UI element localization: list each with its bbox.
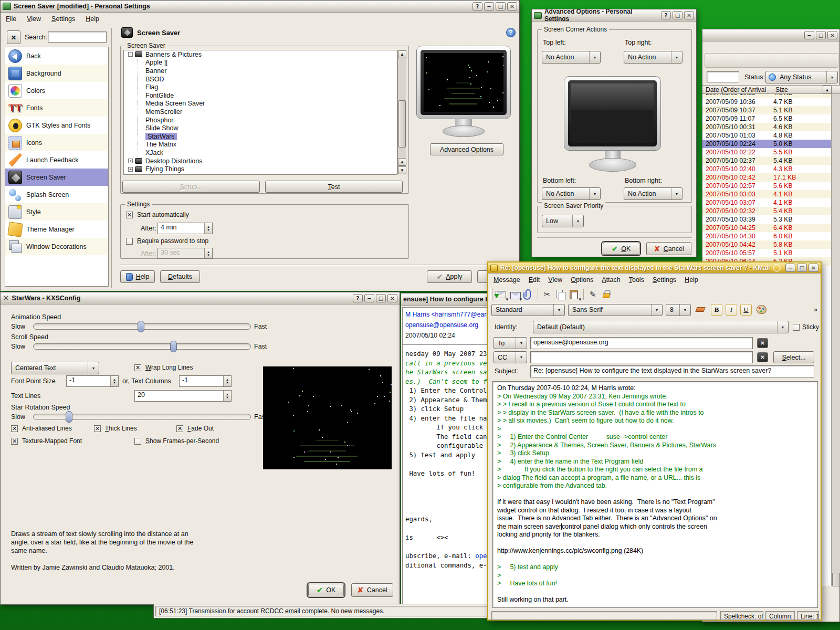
tree-item-starwars[interactable]: StarWars <box>124 132 397 141</box>
spinner-arrows-icon[interactable]: ▲▼ <box>223 391 231 401</box>
from-link[interactable]: M Harris <harrismh777@earthlink <box>405 311 489 318</box>
eraser-icon[interactable] <box>694 303 708 316</box>
copy-icon[interactable] <box>554 288 568 301</box>
scroll-up-icon[interactable]: ▲ <box>398 50 406 58</box>
tree-item-bsod[interactable]: BSOD <box>124 75 397 83</box>
slider-handle[interactable] <box>66 411 72 423</box>
cut-icon[interactable]: ✂ <box>540 288 554 301</box>
menu-tools[interactable]: Tools <box>629 276 644 284</box>
help-icon[interactable]: ? <box>661 11 671 19</box>
sidebar-item-fonts[interactable]: TTFonts <box>5 99 108 117</box>
font-size-combo[interactable]: 8▼ <box>666 304 691 316</box>
thick-lines-checkbox[interactable]: ✕ <box>94 425 101 432</box>
mail-row[interactable]: 2007/05/10 02:375.4 KB <box>702 156 831 165</box>
apply-button[interactable]: ✔ Apply <box>427 270 472 283</box>
adv-titlebar[interactable]: Advanced Options - Personal Settings ? □… <box>532 9 696 22</box>
underline-button[interactable]: U <box>740 304 752 316</box>
anti-aliased-checkbox[interactable]: ✕ <box>11 425 18 432</box>
column-header-date[interactable]: Date (Order of Arrival <box>702 86 773 93</box>
sidebar-item-icons[interactable]: Icons <box>5 134 108 151</box>
bold-button[interactable]: B <box>711 304 722 316</box>
menu-file[interactable]: File <box>6 15 16 23</box>
status-filter-combo[interactable]: Any Status ▼ <box>765 71 838 83</box>
signature-pen-icon[interactable]: ✎ <box>586 288 600 301</box>
menu-help[interactable]: Help <box>86 15 99 23</box>
sidebar-item-screen-saver[interactable]: Screen Saver <box>5 169 108 186</box>
help-button[interactable]: Help <box>120 270 155 283</box>
sidebar-item-background[interactable]: Background <box>5 65 108 82</box>
cc-input[interactable] <box>530 351 753 363</box>
advanced-options-button[interactable]: Advanced Options <box>430 143 503 155</box>
screensaver-tree[interactable]: -Banners & PicturesApple ][BannerBSODFla… <box>123 50 397 175</box>
whats-this-help-icon[interactable]: ? <box>506 28 516 37</box>
sidebar-item-colors[interactable]: Colors <box>5 82 108 99</box>
cc-titlebar[interactable]: Screen Saver [modified] - Personal Setti… <box>1 1 519 13</box>
cancel-button[interactable]: ✘ Cancel <box>646 242 691 255</box>
bottom-right-combo[interactable]: No Action▼ <box>624 187 682 200</box>
maximize-icon[interactable]: □ <box>496 2 506 10</box>
cc-button[interactable]: CC▼ <box>494 351 527 363</box>
identity-combo[interactable]: Default (Default)▼ <box>533 321 789 333</box>
mail-row[interactable]: 2007/05/10 03:074.1 KB <box>702 198 831 207</box>
mail-row[interactable]: 2007/05/10 04:425.8 KB <box>702 240 831 249</box>
tree-item-xjack[interactable]: XJack <box>124 149 397 157</box>
close-icon[interactable]: ✕ <box>684 11 694 19</box>
column-header-size[interactable]: Size <box>773 86 822 93</box>
maximize-icon[interactable]: □ <box>673 11 682 19</box>
subject-input[interactable]: Re: [opensuse] How to configure the text… <box>530 365 814 377</box>
mail-row[interactable]: 2007/05/10 02:245.0 KB <box>702 140 831 148</box>
sidebar-item-gtk-styles-and-fonts[interactable]: GTK Styles and Fonts <box>5 117 108 134</box>
mail-search-input[interactable] <box>707 71 739 82</box>
send-mail-icon[interactable]: ▾ <box>495 288 508 301</box>
paragraph-style-combo[interactable]: Standard▼ <box>491 304 565 316</box>
mail-row[interactable]: 2007/05/10 02:4217.1 KB <box>702 173 831 182</box>
text-mode-combo[interactable]: Centered Text▼ <box>11 362 99 374</box>
text-columns-spinner[interactable]: -1 ▲▼ <box>179 375 232 387</box>
mail-row[interactable]: 2007/05/10 05:575.1 KB <box>702 249 831 257</box>
top-left-combo[interactable]: No Action▼ <box>542 51 601 64</box>
tree-item-media-screen-saver[interactable]: Media Screen Saver <box>124 100 397 108</box>
encrypt-lock-icon[interactable] <box>600 288 613 301</box>
mail-row[interactable]: 2007/05/09 10:375.1 KB <box>702 106 831 114</box>
minimize-icon[interactable]: − <box>364 294 374 302</box>
clear-cc-icon[interactable]: ✕ <box>757 352 768 362</box>
font-family-combo[interactable]: Sans Serif▼ <box>568 304 663 316</box>
start-automatically-checkbox[interactable]: ✕ <box>126 212 133 218</box>
help-icon[interactable]: ? <box>472 2 482 10</box>
sidebar-item-splash-screen[interactable]: Splash Screen <box>5 186 108 203</box>
animation-speed-slider[interactable] <box>33 321 251 332</box>
italic-button[interactable]: I <box>726 304 737 316</box>
tree-item-memscroller[interactable]: MemScroller <box>124 108 397 116</box>
close-icon[interactable]: ✕ <box>387 294 397 302</box>
sidebar-item-launch-feedback[interactable]: Launch Feedback <box>5 151 108 169</box>
tree-item-flag[interactable]: Flag <box>124 83 397 91</box>
fade-out-checkbox[interactable]: ✕ <box>176 425 183 432</box>
scroll-up-icon[interactable]: ▲ <box>823 86 832 94</box>
menu-message[interactable]: Message <box>494 276 520 284</box>
top-right-combo[interactable]: No Action▼ <box>624 51 682 64</box>
mail-row[interactable]: 2007/05/09 10:364.7 KB <box>702 98 831 106</box>
to-button[interactable]: To▼ <box>494 337 527 349</box>
sidebar-item-window-decorations[interactable]: Window Decorations <box>5 238 108 255</box>
show-fps-checkbox[interactable]: ✕ <box>134 438 141 445</box>
sidebar-item-theme-manager[interactable]: Theme Manager <box>5 220 108 238</box>
close-icon[interactable]: ✕ <box>808 264 818 272</box>
text-color-palette-icon[interactable] <box>755 303 769 316</box>
tree-item-fontglide[interactable]: FontGlide <box>124 91 397 100</box>
close-icon[interactable]: ✕ <box>827 31 837 39</box>
menu-view[interactable]: View <box>548 276 562 284</box>
sidebar-item-style[interactable]: Style <box>5 203 108 220</box>
setup-button[interactable]: Setup... <box>122 181 260 193</box>
maximize-icon[interactable]: □ <box>797 264 807 272</box>
slider-handle[interactable] <box>138 321 144 332</box>
test-button[interactable]: Test <box>265 181 403 193</box>
menu-options[interactable]: Options <box>571 276 593 284</box>
sticky-checkbox[interactable]: ✕ <box>793 324 800 331</box>
scroll-speed-slider[interactable] <box>33 341 251 352</box>
sidebar-item-back[interactable]: Back <box>5 47 108 65</box>
maximize-icon[interactable]: □ <box>816 31 826 39</box>
expand-icon[interactable]: + <box>128 167 133 172</box>
minimize-icon[interactable]: − <box>785 264 795 272</box>
toolbar-handle[interactable] <box>490 288 492 301</box>
priority-combo[interactable]: Low▼ <box>542 215 584 227</box>
